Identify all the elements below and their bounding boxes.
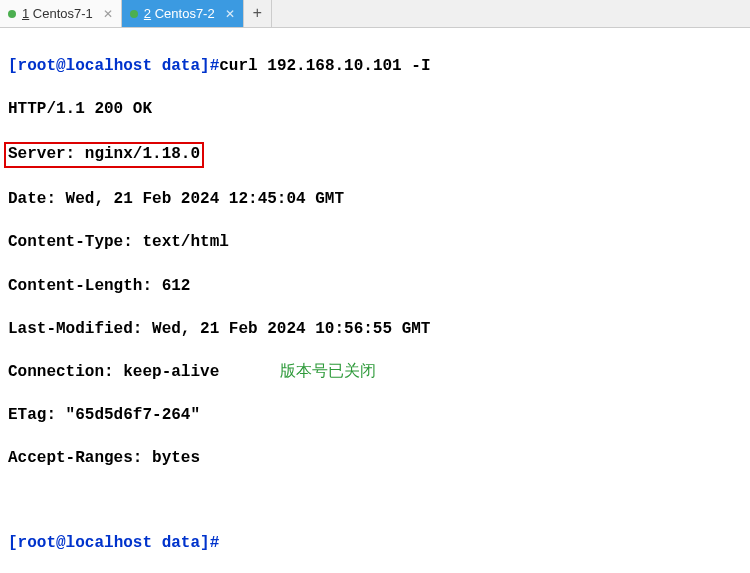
close-icon[interactable]: ✕ [103,7,113,21]
tab-centos7-2[interactable]: 2 Centos7-2 ✕ [122,0,244,27]
close-icon[interactable]: ✕ [225,7,235,21]
output-line: Accept-Ranges: bytes [8,448,742,470]
tab-label: 1 Centos7-1 [22,6,93,21]
output-line: Date: Wed, 21 Feb 2024 12:45:04 GMT [8,189,742,211]
status-dot-icon [8,10,16,18]
output-line: HTTP/1.1 200 OK [8,99,742,121]
output-line: Content-Length: 612 [8,276,742,298]
prompt: [root@localhost data]# [8,534,219,552]
highlight-box: Server: nginx/1.18.0 [4,142,204,168]
terminal-output[interactable]: [root@localhost data]#curl 192.168.10.10… [0,28,750,573]
tab-centos7-1[interactable]: 1 Centos7-1 ✕ [0,0,122,27]
tab-bar: 1 Centos7-1 ✕ 2 Centos7-2 ✕ + [0,0,750,28]
output-line: ETag: "65d5d6f7-264" [8,405,742,427]
prompt: [root@localhost data]# [8,57,219,75]
output-line: Last-Modified: Wed, 21 Feb 2024 10:56:55… [8,319,742,341]
output-line: Content-Type: text/html [8,232,742,254]
new-tab-button[interactable]: + [244,0,272,27]
status-dot-icon [130,10,138,18]
tab-label: 2 Centos7-2 [144,6,215,21]
command: curl 192.168.10.101 -I [219,57,430,75]
output-server-line: Server: nginx/1.18.0 [8,145,200,163]
annotation-text: 版本号已关闭 [280,360,376,382]
